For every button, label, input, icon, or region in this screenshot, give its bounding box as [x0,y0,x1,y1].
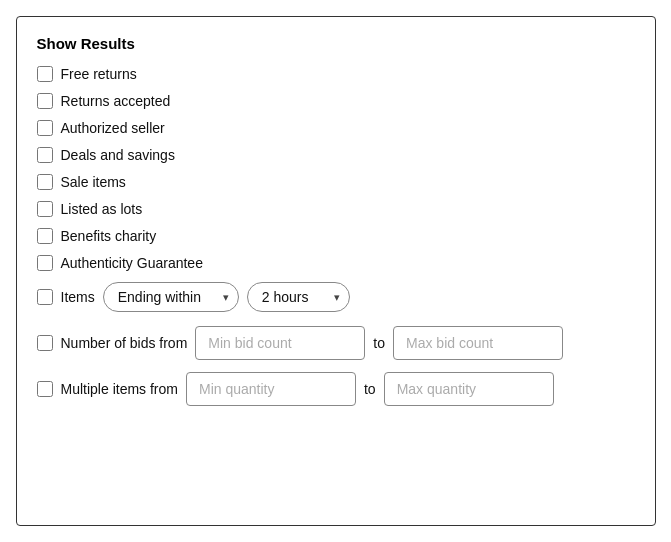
checkbox-row-authenticity-guarantee: Authenticity Guarantee [37,255,635,271]
bids-to-label: to [373,335,385,351]
ending-within-select[interactable]: Ending within Starting within Newly list… [103,282,239,312]
checkbox-row-sale-items: Sale items [37,174,635,190]
min-bid-count-input[interactable] [195,326,365,360]
free-returns-label[interactable]: Free returns [61,66,137,82]
checkbox-row-listed-as-lots: Listed as lots [37,201,635,217]
bids-label[interactable]: Number of bids from [61,335,188,351]
checkbox-row-benefits-charity: Benefits charity [37,228,635,244]
hours-select[interactable]: 2 hours 4 hours 8 hours 24 hours 48 hour… [247,282,350,312]
listed-as-lots-label[interactable]: Listed as lots [61,201,143,217]
checkbox-row-authorized-seller: Authorized seller [37,120,635,136]
show-results-panel: Show Results Free returnsReturns accepte… [16,16,656,526]
sale-items-label[interactable]: Sale items [61,174,126,190]
hours-dropdown-wrapper: 2 hours 4 hours 8 hours 24 hours 48 hour… [247,282,350,312]
authenticity-guarantee-checkbox[interactable] [37,255,53,271]
items-label[interactable]: Items [61,289,95,305]
multiple-items-label[interactable]: Multiple items from [61,381,178,397]
deals-and-savings-label[interactable]: Deals and savings [61,147,175,163]
free-returns-checkbox[interactable] [37,66,53,82]
items-row: Items Ending within Starting within Newl… [37,282,635,312]
benefits-charity-label[interactable]: Benefits charity [61,228,157,244]
max-quantity-input[interactable] [384,372,554,406]
min-quantity-input[interactable] [186,372,356,406]
panel-title: Show Results [37,35,635,52]
multiple-items-row: Multiple items from to [37,372,635,406]
listed-as-lots-checkbox[interactable] [37,201,53,217]
checkbox-row-returns-accepted: Returns accepted [37,93,635,109]
checkbox-row-deals-and-savings: Deals and savings [37,147,635,163]
ending-within-dropdown-wrapper: Ending within Starting within Newly list… [103,282,239,312]
multiple-to-label: to [364,381,376,397]
checkbox-row-free-returns: Free returns [37,66,635,82]
bids-checkbox[interactable] [37,335,53,351]
multiple-items-checkbox[interactable] [37,381,53,397]
sale-items-checkbox[interactable] [37,174,53,190]
bids-row: Number of bids from to [37,326,635,360]
deals-and-savings-checkbox[interactable] [37,147,53,163]
authenticity-guarantee-label[interactable]: Authenticity Guarantee [61,255,203,271]
max-bid-count-input[interactable] [393,326,563,360]
benefits-charity-checkbox[interactable] [37,228,53,244]
authorized-seller-checkbox[interactable] [37,120,53,136]
returns-accepted-label[interactable]: Returns accepted [61,93,171,109]
returns-accepted-checkbox[interactable] [37,93,53,109]
items-checkbox[interactable] [37,289,53,305]
authorized-seller-label[interactable]: Authorized seller [61,120,165,136]
